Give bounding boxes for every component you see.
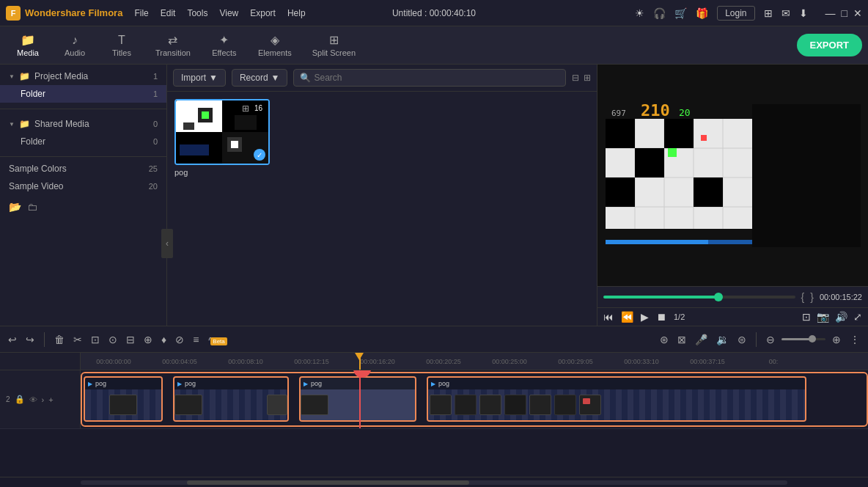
speaker-button[interactable]: 🔉 (714, 332, 731, 347)
cart-icon[interactable]: 🛒 (674, 7, 687, 19)
zoom-slider[interactable] (781, 338, 825, 340)
redo-button[interactable]: ↪ (23, 332, 37, 347)
tab-effects[interactable]: ✦ Effects (202, 30, 246, 60)
fullscreen-icon[interactable]: ⊡ (802, 311, 811, 323)
clip-3[interactable]: ▶ pog (299, 376, 416, 422)
menu-help[interactable]: Help (287, 8, 306, 18)
zoom-in-button[interactable]: ⊕ (830, 332, 843, 347)
sun-icon[interactable]: ☀ (635, 7, 644, 19)
split-button[interactable]: ⊟ (124, 332, 137, 347)
main-toolbar: 📁 Media ♪ Audio T Titles ⇄ Transition ✦ … (0, 26, 868, 65)
undo-button[interactable]: ↩ (6, 332, 19, 347)
play-button[interactable]: ▶ (641, 311, 649, 323)
login-button[interactable]: Login (717, 6, 754, 21)
minimize-button[interactable]: — (825, 7, 836, 19)
headphones-icon[interactable]: 🎧 (653, 7, 666, 19)
copy-icon[interactable]: ⊞ (764, 7, 773, 19)
gift-icon[interactable]: 🎁 (696, 7, 708, 19)
sidebar-project-media[interactable]: ▼ 📁 Project Media 1 (0, 67, 166, 85)
clip-1[interactable]: ▶ pog (84, 376, 163, 422)
mail-icon[interactable]: ✉ (781, 7, 790, 19)
menu-edit[interactable]: Edit (161, 8, 176, 18)
delete-button[interactable]: 🗑 (52, 332, 67, 347)
scroll-track[interactable] (81, 480, 787, 485)
progress-knob (714, 293, 723, 301)
media-thumbnail[interactable]: 16 ⊞ ✓ (174, 99, 270, 165)
snapshot-icon[interactable]: 📷 (817, 311, 829, 323)
sidebar-collapse-button[interactable]: ‹ (161, 229, 173, 258)
record-dropdown[interactable]: Record ▼ (232, 69, 288, 87)
search-box[interactable]: 🔍 (293, 69, 566, 87)
tab-elements[interactable]: ◈ Elements (249, 30, 301, 60)
tab-split-screen[interactable]: ⊞ Split Screen (304, 30, 364, 60)
scroll-thumb[interactable] (187, 480, 470, 485)
sidebar-shared-folder[interactable]: Folder 0 (0, 133, 166, 150)
beta-button[interactable]: ∿Beta (205, 332, 229, 347)
search-input[interactable] (314, 73, 559, 83)
mic-button[interactable]: 🎤 (693, 332, 710, 347)
svg-rect-8 (235, 115, 257, 130)
tab-transition[interactable]: ⇄ Transition (147, 30, 199, 60)
clip-2-body (174, 389, 287, 420)
timeline-ruler: 00:00:00:00 00:00:04:05 00:00:08:10 00:0… (0, 353, 868, 370)
audio-tl-button[interactable]: ≡ (191, 332, 201, 347)
step-back-button[interactable]: ⏪ (621, 311, 633, 323)
track-arrow-icon[interactable]: › (42, 395, 45, 404)
effect-tl-button[interactable]: ⊘ (173, 332, 186, 347)
new-folder-icon[interactable]: 🗀 (27, 201, 37, 213)
clip-4-thumb-4 (504, 395, 526, 415)
clip-2[interactable]: ▶ pog (173, 376, 289, 422)
cut-button[interactable]: ✂ (71, 332, 84, 347)
expand-icon[interactable]: ⤢ (853, 311, 862, 323)
motion-button[interactable]: ⊛ (658, 332, 671, 347)
lock-icon[interactable]: 🔒 (15, 395, 25, 404)
tab-titles[interactable]: T Titles (100, 31, 144, 60)
clip-4-thumb-3 (479, 395, 501, 415)
grid-icon[interactable]: ⊞ (584, 73, 591, 83)
timeline-scrollbar[interactable] (0, 477, 868, 487)
sidebar-sample-colors[interactable]: Sample Colors 25 (0, 160, 166, 177)
stop-button[interactable]: ⏹ (656, 311, 666, 323)
menu-tools[interactable]: Tools (187, 8, 207, 18)
skip-back-button[interactable]: ⏮ (603, 311, 614, 323)
clip-4[interactable]: ▶ pog (427, 376, 806, 422)
eye-icon[interactable]: 👁 (29, 395, 37, 404)
close-button[interactable]: ✕ (853, 7, 862, 19)
sidebar-shared-media[interactable]: ▼ 📁 Shared Media 0 (0, 115, 166, 133)
menu-view[interactable]: View (219, 8, 238, 18)
bracket-right[interactable]: } (810, 291, 814, 303)
zoom-out-button[interactable]: ⊖ (764, 332, 777, 347)
tab-audio[interactable]: ♪ Audio (53, 31, 97, 60)
sidebar-folder-item[interactable]: Folder 1 (0, 85, 166, 103)
tab-effects-label: Effects (212, 48, 236, 57)
snapshot-tl-button[interactable]: ⊕ (141, 332, 155, 347)
playback-rate[interactable]: 1/2 (674, 312, 685, 321)
crop-button[interactable]: ⊡ (89, 332, 102, 347)
add-folder-icon[interactable]: 📂 (9, 201, 21, 213)
volume-icon[interactable]: 🔊 (835, 311, 847, 323)
maximize-button[interactable]: □ (842, 7, 847, 19)
svg-rect-21 (664, 119, 694, 148)
preview-progress-slider[interactable] (603, 296, 795, 299)
svg-rect-22 (606, 177, 635, 207)
clip-button[interactable]: ⊠ (675, 332, 688, 347)
menu-file[interactable]: File (134, 8, 148, 18)
subtitle-button[interactable]: ⊜ (735, 332, 749, 347)
color-button[interactable]: ♦ (159, 332, 169, 347)
zoom-fit-button[interactable]: ⊙ (106, 332, 119, 347)
import-dropdown[interactable]: Import ▼ (173, 69, 226, 87)
tab-media[interactable]: 📁 Media (6, 30, 50, 60)
track-content: ▶ pog ▶ pog (81, 370, 868, 428)
media-item-pog[interactable]: 16 ⊞ ✓ pog (174, 99, 589, 177)
clip-4-thumb-2 (455, 395, 477, 415)
clip-2-play-icon: ▶ (177, 381, 182, 387)
menu-export[interactable]: Export (250, 8, 276, 18)
download-icon[interactable]: ⬇ (799, 7, 808, 19)
more-button[interactable]: ⋮ (847, 332, 862, 347)
add-track-icon[interactable]: + (48, 395, 53, 404)
bracket-left[interactable]: { (801, 291, 805, 303)
shared-media-section: ▼ 📁 Shared Media 0 Folder 0 (0, 112, 166, 153)
filter-icon[interactable]: ⊟ (572, 73, 579, 83)
sidebar-sample-video[interactable]: Sample Video 20 (0, 177, 166, 195)
export-button[interactable]: EXPORT (797, 34, 862, 56)
